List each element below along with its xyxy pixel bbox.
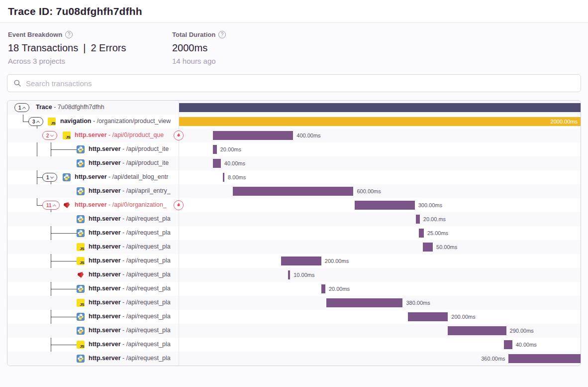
duration-label: 200.00ms (451, 314, 475, 320)
expand-pill[interactable]: 1 (14, 103, 29, 112)
expand-pill[interactable]: 3 (28, 117, 43, 126)
duration-bar[interactable] (213, 131, 294, 140)
duration-label: 290.00ms (510, 328, 534, 334)
javascript-icon: JS (77, 341, 85, 349)
duration-bar[interactable] (508, 354, 581, 363)
event-breakdown-section: Event Breakdown ? 18 Transactions | 2 Er… (8, 31, 172, 65)
span-row[interactable]: JShttp.server - /api/request_pla200.00ms (7, 254, 581, 268)
duration-bar[interactable] (448, 326, 506, 335)
javascript-icon: JS (77, 243, 85, 251)
span-row[interactable]: 11http.server - /api/0/organization_300.… (7, 198, 581, 212)
trace-row[interactable]: 1Trace - 7u08dfghfh7dfhh (7, 101, 581, 115)
duration-bar[interactable] (504, 340, 512, 349)
total-duration-section: Total Duration ? 2000ms 14 hours ago (172, 31, 336, 65)
chevron-down-icon (50, 133, 54, 136)
python-icon (77, 285, 85, 293)
span-label: http.server - /api/request_pla (89, 327, 171, 334)
python-icon (77, 145, 85, 153)
javascript-icon: JS (63, 131, 71, 139)
duration-bar[interactable] (213, 159, 221, 168)
python-icon (77, 327, 85, 335)
span-row[interactable]: 1http.server - /api/detail_blog_entr8.00… (7, 170, 581, 184)
duration-bar[interactable] (288, 270, 290, 279)
span-label: http.server - /api/request_pla (89, 285, 171, 292)
search-icon (13, 79, 21, 87)
span-row[interactable]: http.server - /api/request_pla20.00ms (7, 282, 581, 296)
duration-bar[interactable] (419, 229, 424, 238)
duration-label: 20.00ms (329, 286, 350, 292)
duration-label: 50.00ms (436, 244, 457, 250)
expand-pill[interactable]: 1 (42, 173, 57, 182)
page-header: Trace ID: 7u08dfghfh7dfhh (0, 0, 588, 23)
span-row[interactable]: http.server - /api/april_entry_600.00ms (7, 184, 581, 198)
span-row[interactable]: http.server - /api/request_pla20.00.ms (7, 212, 581, 226)
duration-bar[interactable] (179, 117, 581, 126)
search-bar[interactable] (7, 74, 581, 92)
span-label: http.server - /api/request_pla (89, 355, 171, 362)
error-fire-icon[interactable] (174, 200, 184, 210)
span-row[interactable]: 2JShttp.server - /api/0/product_que400.0… (7, 129, 581, 142)
error-fire-icon[interactable] (174, 130, 184, 140)
help-icon[interactable]: ? (218, 31, 226, 38)
expand-pill[interactable]: 11 (42, 201, 60, 210)
search-input[interactable] (26, 79, 575, 88)
span-row[interactable]: http.server - /api/product_ite20.00ms (7, 142, 581, 156)
duration-label: 8.00ms (228, 174, 246, 180)
span-label: http.server - /api/request_pla (89, 341, 171, 348)
trace-age: 14 hours ago (172, 57, 336, 65)
duration-label: 200.00ms (325, 258, 349, 264)
trace-waterfall-panel: 1Trace - 7u08dfghfh7dfhh3JSnavigation - … (7, 100, 581, 366)
event-breakdown-label: Event Breakdown (8, 31, 62, 38)
page-title: Trace ID: 7u08dfghfh7dfhh (8, 5, 142, 17)
span-label: http.server - /api/request_pla (89, 299, 171, 306)
javascript-icon: JS (77, 299, 85, 307)
span-label: http.server - /api/product_ite (89, 145, 169, 152)
duration-bar[interactable] (416, 215, 420, 224)
python-icon (63, 173, 71, 181)
help-icon[interactable]: ? (65, 31, 73, 38)
projects-subtext: Across 3 projects (8, 57, 172, 65)
span-row[interactable]: JShttp.server - /api/request_pla380.00ms (7, 296, 581, 310)
duration-label: 20.00ms (220, 146, 241, 152)
duration-label: 400.00ms (296, 132, 320, 138)
span-row[interactable]: http.server - /api/request_pla290.00ms (7, 324, 581, 338)
python-icon (77, 229, 85, 237)
duration-label: 300.00ms (418, 202, 442, 208)
python-icon (77, 313, 85, 321)
python-icon (77, 187, 85, 195)
duration-bar[interactable] (326, 298, 403, 307)
duration-label: 10.00ms (294, 272, 314, 278)
expand-pill[interactable]: 2 (42, 131, 57, 140)
span-row[interactable]: http.server - /api/request_pla200.00ms (7, 310, 581, 324)
duration-label: 380.00ms (406, 300, 430, 306)
duration-label: 360.00ms (481, 356, 505, 362)
duration-bar[interactable] (355, 201, 415, 210)
span-row[interactable]: 3JSnavigation - /organization/product_vi… (7, 115, 581, 129)
duration-bar[interactable] (179, 103, 581, 112)
span-label: http.server - /api/0/organization_ (75, 201, 167, 208)
javascript-icon: JS (77, 257, 85, 265)
span-label: http.server - /api/detail_blog_entr (75, 173, 168, 180)
span-label: http.server - /api/request_pla (89, 313, 171, 320)
span-row[interactable]: http.server - /api/request_pla10.00ms (7, 268, 581, 282)
span-row[interactable]: JShttp.server - /api/request_pla50.00ms (7, 240, 581, 254)
duration-bar[interactable] (281, 257, 321, 265)
duration-bar[interactable] (223, 173, 224, 182)
duration-bar[interactable] (321, 284, 325, 293)
duration-label: 40.00ms (224, 160, 245, 166)
value-separator: | (83, 42, 86, 54)
transactions-count: 18 Transactions (8, 42, 78, 54)
duration-bar[interactable] (423, 243, 433, 252)
span-row[interactable]: JShttp.server - /api/request_pla40.00ms (7, 338, 581, 352)
duration-bar[interactable] (233, 187, 353, 196)
chevron-up-icon (36, 121, 40, 124)
span-label: http.server - /api/request_pla (89, 271, 171, 278)
span-row[interactable]: http.server - /api/product_ite40.00ms (7, 156, 581, 170)
span-label: http.server - /api/request_pla (89, 215, 171, 222)
duration-bar[interactable] (408, 312, 448, 321)
span-label: http.server - /api/0/product_que (75, 131, 164, 138)
duration-bar[interactable] (213, 145, 217, 154)
span-row[interactable]: http.server - /api/request_pla25.00ms (7, 226, 581, 240)
python-icon (77, 215, 85, 223)
span-row[interactable]: http.server - /api/request_pla360.00ms (7, 352, 581, 366)
